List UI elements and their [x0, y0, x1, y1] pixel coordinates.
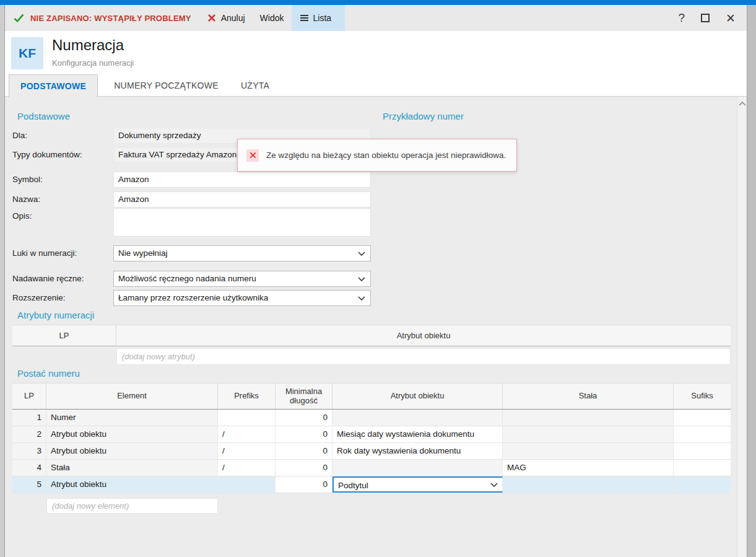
error-message: Ze względu na bieżący stan obiektu opera… [266, 151, 506, 160]
page-subtitle: Konfiguracja numeracji [52, 58, 134, 68]
maximize-button[interactable] [701, 14, 710, 22]
table-row[interactable]: 3 Atrybut obiektu / 0 Rok daty wystawien… [12, 443, 731, 460]
tab-uzyta[interactable]: UŻYTA [230, 74, 280, 97]
background-window-edge-left [0, 5, 5, 557]
col-atrybut-obiektu[interactable]: Atrybut obiektu [332, 384, 503, 409]
luki-label: Luki w numeracji: [12, 248, 77, 258]
chevron-down-icon [358, 296, 365, 300]
typy-dokumentow-label: Typy dokumentów: [12, 150, 82, 159]
background-window-edge-right [747, 5, 756, 557]
table-row-selected[interactable]: 5 Atrybut obiektu 0 Podtytul [12, 476, 731, 493]
status-text: NIE ZAPISANO: WYSTĄPIŁY PROBLEMY [30, 14, 191, 23]
rozszerzenie-value: Łamany przez rozszerzenie użytkownika [118, 293, 268, 302]
section-attributes-title: Atrybuty numeracji [17, 310, 94, 320]
check-icon [14, 14, 24, 22]
symbol-label: Symbol: [12, 175, 43, 184]
scroll-up-icon[interactable] [739, 102, 746, 106]
close-button[interactable]: ✕ [726, 11, 736, 25]
module-badge: KF [11, 37, 43, 69]
titlebar-strip [0, 0, 756, 5]
col-stala[interactable]: Stała [503, 384, 674, 409]
tab-podstawowe[interactable]: PODSTAWOWE [9, 74, 98, 97]
chevron-down-icon [490, 483, 498, 487]
col-lp[interactable]: LP [12, 384, 46, 409]
error-popup: Ze względu na bieżący stan obiektu opera… [237, 139, 517, 172]
luki-value: Nie wypełniaj [118, 248, 168, 258]
number-format-table: LP Element Prefiks Minimalna długość Atr… [12, 383, 731, 493]
chevron-down-icon [358, 252, 365, 256]
col-element[interactable]: Element [46, 384, 218, 409]
rozszerzenie-select[interactable]: Łamany przez rozszerzenie użytkownika [113, 290, 371, 306]
section-number-format-title: Postać numeru [17, 368, 80, 379]
number-format-table-header: LP Element Prefiks Minimalna długość Atr… [12, 383, 731, 410]
view-button[interactable]: Widok [253, 5, 292, 31]
table-row[interactable]: 4 Stała / 0 MAG [12, 460, 731, 476]
cancel-label: Anuluj [221, 13, 245, 23]
attributes-table-header: LP Atrybut obiektu [12, 325, 731, 346]
nadawanie-value: Możliwość ręcznego nadania numeru [118, 274, 256, 283]
nazwa-field[interactable]: Amazon [113, 191, 371, 208]
atrybut-dropdown[interactable]: Podtytul [332, 476, 503, 493]
section-basic-title: Podstawowe [17, 111, 70, 121]
tab-numery-poczatkowe[interactable]: NUMERY POCZĄTKOWE [103, 74, 230, 97]
section-example-number-title: Przykładowy numer [383, 111, 464, 121]
toolbar: NIE ZAPISANO: WYSTĄPIŁY PROBLEMY Anuluj … [5, 5, 747, 31]
dla-label: Dla: [12, 131, 27, 140]
atrybut-dropdown-value: Podtytul [338, 481, 368, 490]
add-attribute-input[interactable]: (dodaj nowy atrybut) [116, 348, 731, 365]
col-sufiks[interactable]: Sufiks [674, 384, 731, 409]
table-row[interactable]: 2 Atrybut obiektu / 0 Miesiąc daty wysta… [12, 426, 731, 443]
add-element-input[interactable]: (dodaj nowy element) [46, 498, 218, 514]
vertical-scrollbar[interactable] [737, 97, 747, 557]
cancel-x-icon [207, 14, 216, 22]
window-controls: ? ✕ [679, 11, 736, 25]
save-status: NIE ZAPISANO: WYSTĄPIŁY PROBLEMY [14, 14, 191, 23]
page-title: Numeracja [52, 37, 124, 54]
nadawanie-select[interactable]: Możliwość ręcznego nadania numeru [113, 271, 371, 287]
col-prefiks[interactable]: Prefiks [218, 384, 276, 409]
attributes-col-lp[interactable]: LP [12, 325, 116, 346]
tab-bar: PODSTAWOWE NUMERY POCZĄTKOWE UŻYTA [5, 74, 747, 97]
opis-label: Opis: [12, 211, 32, 221]
luki-select[interactable]: Nie wypełniaj [113, 245, 371, 261]
symbol-field[interactable]: Amazon [113, 172, 371, 188]
view-label: Widok [260, 13, 284, 23]
hamburger-icon [300, 14, 308, 22]
rozszerzenie-label: Rozszerzenie: [12, 293, 66, 302]
nazwa-label: Nazwa: [12, 195, 40, 204]
nadawanie-label: Nadawanie ręczne: [12, 274, 84, 283]
col-minimalna-dlugosc[interactable]: Minimalna długość [276, 384, 332, 409]
chevron-down-icon [358, 277, 365, 281]
list-button[interactable]: Lista [292, 5, 345, 31]
table-row[interactable]: 1 Numer 0 [12, 410, 731, 426]
opis-field[interactable] [113, 208, 371, 237]
cancel-button[interactable]: Anuluj [200, 5, 253, 31]
attributes-col-atrybut[interactable]: Atrybut obiektu [116, 325, 731, 346]
error-icon [246, 149, 259, 162]
list-label: Lista [313, 13, 332, 23]
help-button[interactable]: ? [679, 11, 685, 25]
